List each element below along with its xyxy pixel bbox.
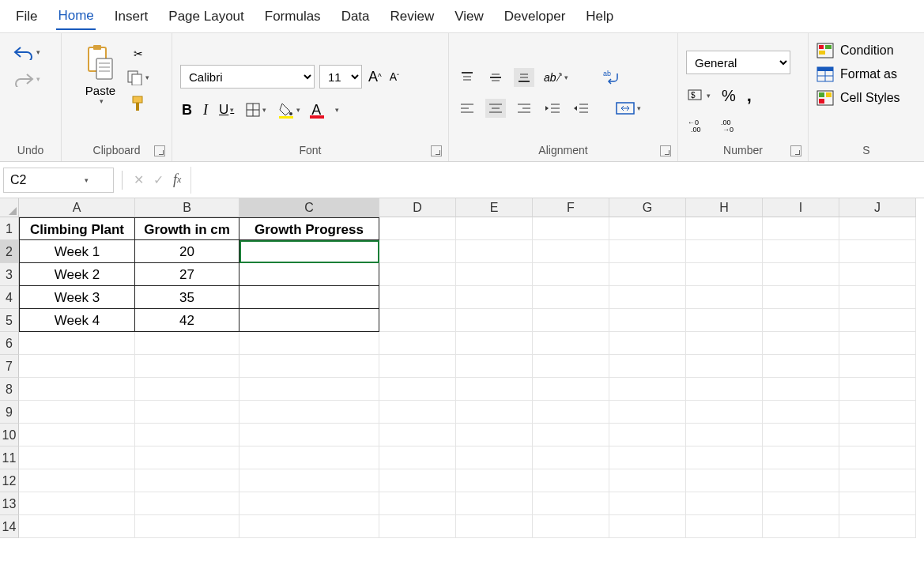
decrease-font-button[interactable]: Aˇ	[388, 69, 401, 85]
tab-developer[interactable]: Developer	[503, 4, 568, 29]
select-all-corner[interactable]	[0, 198, 19, 217]
cell[interactable]	[609, 240, 686, 263]
align-left-button[interactable]	[457, 99, 477, 118]
cell[interactable]	[456, 217, 533, 240]
underline-button[interactable]: U▾	[217, 100, 236, 119]
clipboard-launcher[interactable]	[154, 145, 165, 156]
cell[interactable]	[456, 515, 533, 538]
cell[interactable]	[456, 286, 533, 309]
cell[interactable]	[763, 515, 839, 538]
cell[interactable]	[135, 492, 239, 515]
cell[interactable]	[609, 469, 686, 492]
increase-decimal-button[interactable]: ←0.00	[686, 117, 708, 134]
formula-input[interactable]	[199, 173, 924, 187]
cell[interactable]	[533, 240, 609, 263]
cell[interactable]	[686, 263, 763, 286]
cell[interactable]	[456, 309, 533, 332]
cell[interactable]	[239, 515, 379, 538]
cell[interactable]: Week 1	[19, 240, 135, 263]
cell[interactable]	[839, 424, 916, 446]
cell[interactable]	[533, 401, 609, 424]
cell[interactable]	[686, 286, 763, 309]
cell[interactable]	[379, 263, 456, 286]
cell[interactable]	[239, 401, 379, 424]
cell[interactable]	[839, 515, 916, 538]
cell[interactable]	[456, 446, 533, 469]
cell[interactable]	[763, 332, 839, 355]
cell[interactable]	[239, 469, 379, 492]
cell[interactable]	[763, 424, 839, 446]
comma-button[interactable]: ,	[745, 84, 753, 107]
cell[interactable]	[763, 309, 839, 332]
cell[interactable]	[763, 378, 839, 401]
cell[interactable]	[839, 446, 916, 469]
italic-button[interactable]: I	[202, 100, 209, 120]
cell[interactable]	[686, 378, 763, 401]
cell[interactable]	[839, 469, 916, 492]
cell[interactable]	[135, 355, 239, 378]
cell[interactable]	[763, 446, 839, 469]
cell[interactable]	[19, 424, 135, 446]
align-center-button[interactable]	[485, 99, 506, 118]
cell[interactable]: 20	[135, 240, 239, 263]
cell[interactable]	[135, 469, 239, 492]
row-header[interactable]: 10	[0, 424, 19, 446]
cell[interactable]	[763, 217, 839, 240]
cell[interactable]	[686, 492, 763, 515]
enter-formula-button[interactable]: ✓	[152, 171, 165, 189]
conditional-formatting-button[interactable]: Condition	[817, 43, 894, 58]
tab-formulas[interactable]: Formulas	[263, 4, 322, 29]
tab-page-layout[interactable]: Page Layout	[167, 4, 245, 29]
col-header-D[interactable]: D	[379, 198, 456, 217]
cell[interactable]	[609, 424, 686, 446]
format-as-table-button[interactable]: Format as	[817, 66, 897, 82]
cell[interactable]	[686, 401, 763, 424]
cell[interactable]	[456, 378, 533, 401]
name-box-input[interactable]	[4, 173, 83, 187]
cell[interactable]	[609, 446, 686, 469]
cell[interactable]: Growth Progress	[239, 217, 379, 240]
accounting-format-button[interactable]: $▾	[686, 87, 712, 104]
cell[interactable]	[533, 424, 609, 446]
cell[interactable]	[609, 378, 686, 401]
decrease-decimal-button[interactable]: .00→0	[719, 117, 741, 134]
row-header[interactable]: 14	[0, 515, 19, 538]
cell[interactable]	[19, 492, 135, 515]
cell[interactable]: Week 4	[19, 309, 135, 332]
cell[interactable]	[19, 469, 135, 492]
col-header-G[interactable]: G	[609, 198, 686, 217]
cell[interactable]	[135, 378, 239, 401]
borders-button[interactable]: ▾	[243, 100, 268, 119]
cell[interactable]	[135, 332, 239, 355]
cell[interactable]	[763, 401, 839, 424]
cell[interactable]	[533, 286, 609, 309]
cell[interactable]	[239, 355, 379, 378]
col-header-F[interactable]: F	[533, 198, 609, 217]
cell[interactable]: 35	[135, 286, 239, 309]
cell[interactable]	[609, 217, 686, 240]
row-header[interactable]: 9	[0, 401, 19, 424]
tab-help[interactable]: Help	[584, 4, 615, 29]
tab-view[interactable]: View	[453, 4, 485, 29]
cell[interactable]	[239, 424, 379, 446]
cell[interactable]	[839, 355, 916, 378]
cell[interactable]	[763, 355, 839, 378]
font-color-button[interactable]: A▾	[310, 100, 341, 120]
percent-button[interactable]: %	[720, 85, 737, 107]
cell[interactable]	[135, 401, 239, 424]
number-launcher[interactable]	[790, 145, 801, 156]
cell[interactable]	[19, 355, 135, 378]
row-header[interactable]: 8	[0, 378, 19, 401]
cell[interactable]	[456, 424, 533, 446]
col-header-A[interactable]: A	[19, 198, 135, 217]
cell[interactable]	[379, 401, 456, 424]
cell[interactable]	[609, 401, 686, 424]
cell[interactable]	[239, 263, 379, 286]
cell[interactable]	[239, 446, 379, 469]
cell[interactable]	[379, 309, 456, 332]
cell[interactable]	[839, 263, 916, 286]
paste-dropdown[interactable]: ▾	[100, 97, 104, 105]
cell[interactable]: 42	[135, 309, 239, 332]
cell[interactable]	[839, 378, 916, 401]
wrap-text-button[interactable]: ab	[600, 67, 624, 88]
